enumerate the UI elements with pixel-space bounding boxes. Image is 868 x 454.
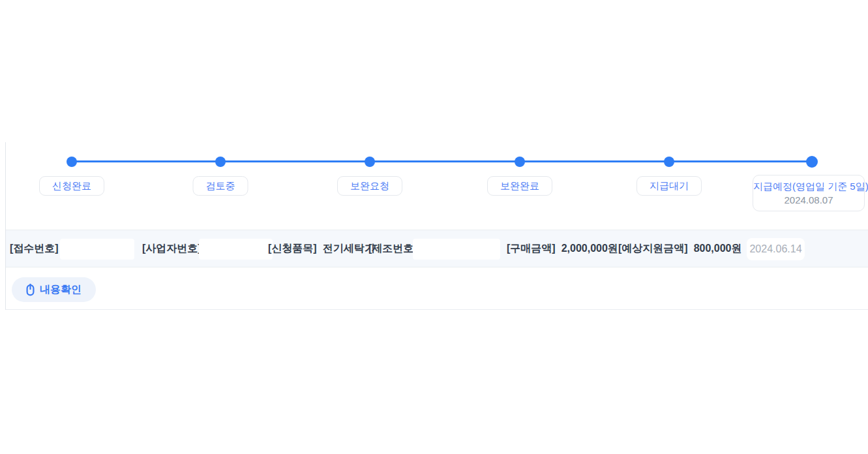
application-detail-row: [접수번호] [사업자번호] [신청품목] 전기세탁기 [제조번호] [구매금액… [6, 230, 868, 267]
receipt-number-value-redacted [60, 239, 134, 260]
expected-support-field: [예상지원금액] 800,000원 [618, 242, 742, 256]
step-supplement-complete: 보완완료 [487, 176, 552, 196]
timeline-dot [67, 157, 77, 167]
status-tracker-screen: 신청완료 검토중 보완요청 보완완료 지급대기 지급예정(영업일 기준 5일) … [0, 0, 868, 454]
timeline-dot-current [806, 156, 818, 168]
step-under-review: 검토중 [193, 176, 248, 196]
purchase-amount-field: [구매금액] 2,000,000원 [507, 242, 618, 256]
item-value: 전기세탁기 [323, 242, 375, 256]
timeline-dot [515, 157, 525, 167]
application-date-badge: 2024.06.14 [747, 238, 805, 260]
item-field: [신청품목] 전기세탁기 [268, 242, 375, 256]
business-number-field: [사업자번호] [142, 242, 202, 256]
expected-support-label: [예상지원금액] [618, 242, 688, 256]
purchase-amount-value: 2,000,000원 [561, 242, 618, 256]
timeline-dot [664, 157, 674, 167]
receipt-number-field: [접수번호] [10, 242, 59, 256]
step-payment-scheduled: 지급예정(영업일 기준 5일) 2024.08.07 [753, 175, 865, 211]
serial-number-value-redacted [413, 239, 500, 260]
serial-number-label: [제조번호] [368, 242, 417, 256]
step-payment-scheduled-date: 2024.08.07 [753, 193, 864, 207]
container-bottom-border [6, 309, 868, 310]
timeline-track [72, 160, 812, 162]
step-payment-scheduled-label: 지급예정(영업일 기준 5일) [753, 180, 864, 193]
step-payment-waiting: 지급대기 [636, 176, 702, 196]
timeline-dot [365, 157, 375, 167]
expected-support-value: 800,000원 [694, 242, 742, 256]
container-left-border [5, 142, 6, 310]
receipt-number-label: [접수번호] [10, 242, 59, 256]
step-supplement-requested: 보완요청 [337, 176, 402, 196]
business-number-value-redacted [199, 239, 273, 260]
step-application-complete: 신청완료 [39, 176, 104, 196]
check-content-button-label: 내용확인 [40, 283, 82, 297]
paperclip-icon [26, 284, 35, 296]
purchase-amount-label: [구매금액] [507, 242, 556, 256]
item-label: [신청품목] [268, 242, 317, 256]
business-number-label: [사업자번호] [142, 242, 202, 256]
application-date: 2024.06.14 [749, 243, 801, 255]
serial-number-field: [제조번호] [368, 242, 417, 256]
timeline-dot [215, 157, 226, 167]
check-content-button[interactable]: 내용확인 [12, 277, 96, 302]
